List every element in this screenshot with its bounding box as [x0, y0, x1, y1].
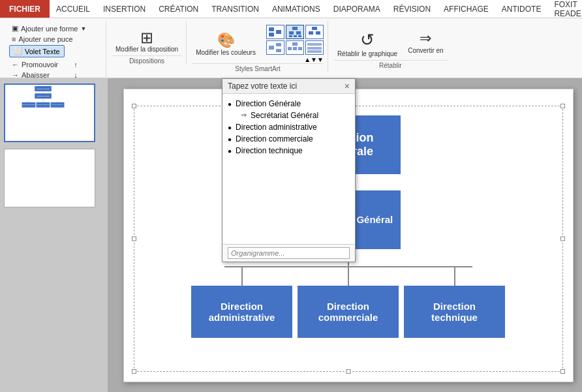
- modifier-couleurs-button[interactable]: 🎨 Modifier les couleurs: [192, 29, 260, 59]
- menu-antidote[interactable]: ANTIDOTE: [495, 0, 548, 18]
- ajouter-puce-button[interactable]: ≡ Ajouter une puce: [9, 35, 76, 44]
- smartart-style-grid: ▲ ▼ ▼: [266, 25, 324, 63]
- ribbon: ▣ Ajouter une forme ▼ ≡ Ajouter une puce…: [0, 18, 582, 78]
- connector-v-bot-3: [454, 267, 455, 286]
- text-pane-text-0: Direction Générale: [236, 99, 301, 108]
- smartart-style-2[interactable]: [286, 25, 304, 39]
- handle-tl[interactable]: [132, 104, 136, 108]
- smartart-style-3[interactable]: [305, 25, 324, 39]
- sub-arrow-icon-1: ⇒: [241, 111, 247, 119]
- retablir-section: ↺ Rétablir le graphique ⇒ Convertir en R…: [329, 21, 452, 69]
- svg-rect-6: [289, 35, 292, 37]
- text-pane: Tapez votre texte ici × ● Direction Géné…: [222, 78, 356, 262]
- svg-rect-14: [276, 49, 281, 52]
- svg-rect-17: [293, 47, 297, 50]
- menu-revision[interactable]: RÉVISION: [387, 0, 437, 18]
- bullet-icon-3: ●: [228, 136, 232, 143]
- handle-left[interactable]: [132, 236, 136, 241]
- menu-accueil[interactable]: ACCUEIL: [50, 0, 97, 18]
- org-bot-col-3: Direction technique: [404, 267, 505, 338]
- slide-2-thumbnail[interactable]: [4, 149, 95, 207]
- ajouter-forme-button[interactable]: ▣ Ajouter une forme ▼: [9, 23, 89, 33]
- text-pane-close-button[interactable]: ×: [345, 82, 350, 91]
- bullet-icon-2: ●: [228, 124, 232, 131]
- org-bottom-row: Direction administrative Direction comme…: [191, 267, 505, 338]
- text-pane-item-0: ● Direction Générale: [228, 99, 350, 108]
- text-pane-item-2: ● Direction administrative: [228, 123, 350, 132]
- text-pane-item-4: ● Direction technique: [228, 146, 350, 155]
- org-box-administrative[interactable]: Direction administrative: [191, 286, 292, 338]
- org-bot-col-1: Direction administrative: [191, 267, 292, 338]
- modifier-disposition-button[interactable]: ⊞ Modifier la disposition: [112, 27, 182, 55]
- text-pane-subitem-1: ⇒ Secrétariat Général: [241, 111, 350, 120]
- text-pane-item-3: ● Direction commerciale: [228, 134, 350, 143]
- svg-rect-11: [316, 31, 320, 35]
- handle-right[interactable]: [560, 236, 565, 241]
- menu-transition[interactable]: TRANSITION: [205, 0, 266, 18]
- svg-rect-15: [292, 42, 298, 46]
- dispositions-label: Dispositions: [112, 55, 182, 65]
- menu-bar: FICHIER ACCUEIL INSERTION CRÉATION TRANS…: [0, 0, 582, 18]
- text-pane-text-4: Direction technique: [236, 146, 303, 155]
- svg-rect-16: [288, 47, 292, 50]
- menu-fichier[interactable]: FICHIER: [0, 0, 50, 18]
- bullet-icon-0: ●: [228, 100, 232, 108]
- svg-rect-19: [307, 43, 322, 46]
- org-box-commerciale[interactable]: Direction commerciale: [298, 286, 399, 338]
- text-pane-text-1: Secrétariat Général: [251, 111, 318, 120]
- handle-tr[interactable]: [560, 104, 565, 108]
- convertir-button[interactable]: ⇒ Convertir en: [404, 27, 447, 60]
- styles-more[interactable]: ▼: [317, 56, 324, 63]
- svg-rect-18: [298, 47, 302, 50]
- text-pane-body: ● Direction Générale ⇒ Secrétariat Génér…: [222, 94, 355, 244]
- styles-smartart-label: Styles SmartArt: [192, 63, 324, 72]
- svg-rect-21: [307, 50, 322, 53]
- menu-insertion[interactable]: INSERTION: [97, 0, 152, 18]
- org-bot-col-2: Direction commerciale: [298, 267, 399, 338]
- connector-h: [224, 266, 472, 267]
- text-pane-footer-input[interactable]: [228, 247, 350, 259]
- smartart-style-6[interactable]: [305, 40, 324, 55]
- smartart-style-5[interactable]: [286, 40, 304, 55]
- svg-rect-1: [269, 33, 274, 37]
- svg-rect-5: [296, 31, 301, 35]
- svg-rect-3: [292, 27, 298, 30]
- handle-bottom[interactable]: [346, 369, 350, 374]
- svg-rect-7: [294, 35, 297, 37]
- text-pane-title: Tapez votre texte ici: [228, 82, 297, 91]
- menu-diaporama[interactable]: DIAPORAMA: [327, 0, 387, 18]
- main-area: 1 Direction Générale Secrétariat Général…: [0, 78, 582, 392]
- slide-panel: 1 Direction Générale Secrétariat Général…: [0, 78, 108, 392]
- smartart-style-1[interactable]: [266, 25, 284, 39]
- svg-rect-12: [269, 46, 274, 50]
- text-pane-footer: [222, 244, 355, 262]
- svg-rect-9: [312, 27, 317, 30]
- connector-v-bot-2: [348, 267, 349, 286]
- smartart-style-4[interactable]: [266, 40, 284, 55]
- text-pane-header: Tapez votre texte ici ×: [222, 79, 355, 94]
- org-box-technique[interactable]: Direction technique: [404, 286, 505, 338]
- svg-rect-20: [307, 47, 322, 50]
- content-area: Tapez votre texte ici × ● Direction Géné…: [108, 78, 582, 392]
- handle-bl[interactable]: [132, 369, 136, 374]
- handle-br[interactable]: [560, 369, 565, 374]
- connector-v-bot-1: [241, 267, 243, 286]
- menu-creation1[interactable]: CRÉATION: [152, 0, 205, 18]
- bullet-icon-4: ●: [228, 147, 232, 155]
- svg-rect-2: [276, 30, 281, 34]
- styles-scroll-up[interactable]: ▲: [304, 56, 311, 63]
- menu-animations[interactable]: ANIMATIONS: [266, 0, 327, 18]
- haut-button[interactable]: ↑: [71, 60, 80, 69]
- promouvoir-button[interactable]: ←Promouvoir: [9, 60, 61, 69]
- dispositions-section: ⊞ Modifier la disposition Dispositions: [108, 21, 187, 65]
- svg-rect-8: [298, 35, 301, 37]
- menu-affichage[interactable]: AFFICHAGE: [437, 0, 495, 18]
- styles-scroll-down[interactable]: ▼: [311, 56, 317, 63]
- retablir-graphique-button[interactable]: ↺ Rétablir le graphique: [333, 27, 401, 60]
- volet-texte-button[interactable]: ⬜ Volet Texte: [9, 45, 65, 57]
- svg-rect-0: [269, 27, 274, 31]
- slide-1-thumbnail[interactable]: Direction Générale Secrétariat Général D…: [4, 83, 95, 142]
- svg-rect-10: [309, 31, 313, 35]
- svg-rect-13: [276, 43, 281, 46]
- menu-foxit[interactable]: FOXIT READE...: [547, 0, 582, 18]
